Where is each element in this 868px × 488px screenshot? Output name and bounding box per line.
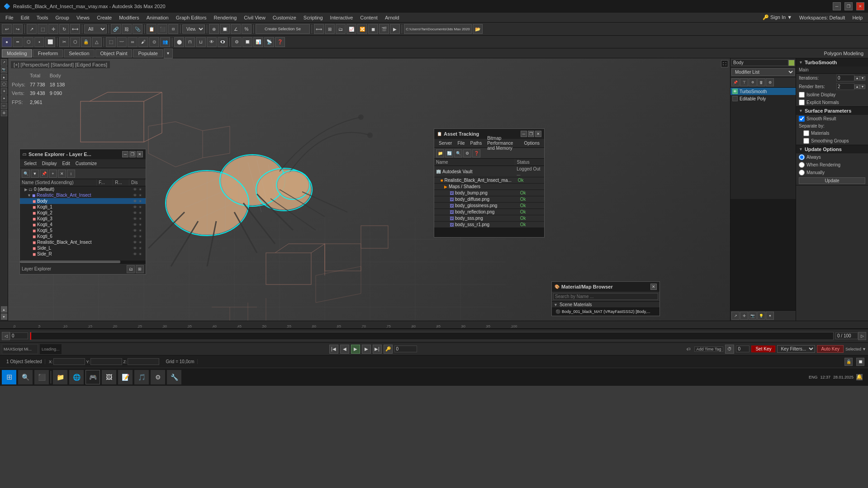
cut-button[interactable]: ⬡ [70,37,80,47]
at-menu-bitmap[interactable]: Bitmap Performance and Memory [484,135,521,151]
tl-next-btn[interactable]: ▷ [858,332,866,340]
link-button[interactable]: 🔗 [111,24,121,34]
tree-item-kogti5[interactable]: ◼ Kogti_5 👁 ☀ [20,227,146,233]
render-iters-spinner-up[interactable]: ▲ [854,85,860,89]
at-tb-btn3[interactable]: 🔍 [454,149,462,157]
se-menu-display[interactable]: Display [40,161,59,166]
mb-move-icon[interactable]: ✛ [740,312,748,320]
at-row-reflection[interactable]: 🖼 body_reflection.png Ok [434,209,544,215]
taskbar-chrome[interactable]: 🌐 [69,370,84,384]
lt-geometry[interactable]: ▲ [1,74,7,80]
menu-views[interactable]: Views [73,14,93,21]
taskbar-app6[interactable]: 🎵 [134,370,149,384]
always-radio[interactable] [799,154,805,160]
sub-obj-element[interactable]: ⬜ [45,37,55,47]
at-menu-paths[interactable]: Paths [468,140,485,146]
menu-signin[interactable]: 🔑 Sign In ▼ [759,14,796,21]
mirror-button[interactable]: ⟺ [314,24,324,34]
tree-item-ant-insect-sub[interactable]: ◼ Realistic_Black_Ant_Insect 👁 ☀ [20,239,146,245]
mb-light-icon[interactable]: 💡 [757,312,765,320]
render-iters-spinner-down[interactable]: ▼ [860,85,865,89]
anim-time-config[interactable]: ⏱ [725,345,734,354]
menu-rendering[interactable]: Rendering [210,14,241,21]
lt-helpers[interactable]: ✦ [1,95,7,102]
iterations-spinner-up[interactable]: ▲ [854,76,860,81]
object-color-swatch[interactable] [788,60,795,66]
manually-radio[interactable] [799,170,805,175]
at-row-max-file[interactable]: ■ Realistic_Black_Ant_Insect_ma... Ok [434,177,544,184]
smooth-result-checkbox[interactable] [799,116,805,122]
se-menu-customize[interactable]: Customize [73,161,99,166]
make-planar[interactable]: ⬤ [174,37,184,47]
taskbar-ps[interactable]: 🖼 [102,370,116,384]
viewport[interactable]: [+] [Perspective] [Standard] [Edged Face… [8,58,730,321]
y-coord-input[interactable]: 6,6072m [90,358,122,365]
at-menu-server[interactable]: Server [436,140,455,146]
snap-toggle[interactable]: 🔲 [220,24,230,34]
update-button[interactable]: Update [799,177,865,184]
anim-go-start[interactable]: |◀ [329,345,338,354]
at-restore[interactable]: ❐ [528,131,534,137]
ms-pin[interactable]: 📌 [731,78,740,86]
add-time-tag-btn[interactable]: Add Time Tag [694,346,724,352]
constraints[interactable]: 🔒 [81,37,91,47]
isoline-checkbox[interactable] [799,92,805,98]
anim-current-frame[interactable] [736,346,749,352]
mb-select-icon[interactable]: ↗ [731,312,740,320]
menu-tools[interactable]: Tools [33,14,52,21]
lock-button[interactable]: 🔓 [844,358,853,366]
select-region-button[interactable]: ⬚ [38,24,47,34]
paint-deform[interactable]: 🖌 [138,37,148,47]
lt-bottom1[interactable]: ▲ [1,306,7,313]
use-pivot[interactable]: ⊕ [209,24,219,34]
select-button[interactable]: ↗ [27,24,37,34]
rect-select[interactable]: ⬛ [157,24,167,34]
ms-remove[interactable]: 🗑 [757,78,765,86]
scene-explorer-close[interactable]: ✕ [137,151,143,157]
align-button[interactable]: ⊞ [325,24,335,34]
smoothing-groups-checkbox[interactable] [803,138,809,144]
start-button[interactable]: ⊞ [2,370,16,384]
detach[interactable]: ⊔ [196,37,206,47]
mode-modeling[interactable]: Modeling [2,49,32,57]
at-tb-btn2[interactable]: 🔄 [445,149,453,157]
path-display[interactable]: C:\Users\Tan\Documents\3ds Max 2020 [404,24,472,34]
lt-select[interactable]: ↗ [1,59,7,66]
viewport-maximize[interactable]: ⛶ [721,60,728,67]
auto-key-button[interactable]: Auto Key [817,345,844,353]
undo-button[interactable]: ↩ [2,24,12,34]
menu-create[interactable]: Create [93,14,115,21]
tree-item-kogti3[interactable]: ◼ Kogti_3 👁 ☀ [20,216,146,222]
lt-space-warps[interactable]: 〰 [1,103,7,109]
tree-item-kogti2[interactable]: ◼ Kogti_2 👁 ☀ [20,210,146,216]
material-editor[interactable]: ◼ [368,24,378,34]
redo-button[interactable]: ↪ [13,24,23,34]
collapse[interactable]: ⊓ [185,37,195,47]
menu-file[interactable]: File [2,14,17,21]
modifier-list-dropdown[interactable]: Modifier List [731,68,795,76]
menu-customize[interactable]: Customize [269,14,300,21]
at-minimize[interactable]: ─ [521,131,527,137]
se-footer-btn1[interactable]: 🗂 [127,265,135,273]
menu-interactive[interactable]: Interactive [327,14,357,21]
unhide-all[interactable]: 👁‍🗨 [218,37,228,47]
mb-helper-icon[interactable]: ✦ [766,312,774,320]
anim-go-end[interactable]: ▶| [373,345,382,354]
use-nurms[interactable]: 〰 [117,37,127,47]
mb-search-input[interactable] [553,293,658,300]
tree-item-side-r[interactable]: ◼ Side_R 👁 ☀ [20,251,146,257]
explicit-normals-checkbox[interactable] [799,99,805,105]
taskbar-explorer[interactable]: 📁 [53,370,67,384]
turbosmsooth-header[interactable]: ▼ TurboSmooth [796,58,868,66]
tree-item-side-l[interactable]: ◼ Side_L 👁 ☀ [20,245,146,251]
sub-obj-border[interactable]: ⬡ [24,37,33,47]
taskbar-3dsmax[interactable]: 🎮 [85,370,100,384]
at-row-sss[interactable]: 🖼 body_sss.png Ok [434,215,544,222]
percent-snap[interactable]: % [242,24,251,34]
bind-button[interactable]: 📎 [133,24,142,34]
lt-camera[interactable]: 📷 [1,66,7,73]
se-tb-search[interactable]: 🔍 [22,170,30,178]
menu-graph-editors[interactable]: Graph Editors [172,14,210,21]
minimize-button[interactable]: ─ [833,2,841,10]
move-button[interactable]: ✛ [48,24,58,34]
